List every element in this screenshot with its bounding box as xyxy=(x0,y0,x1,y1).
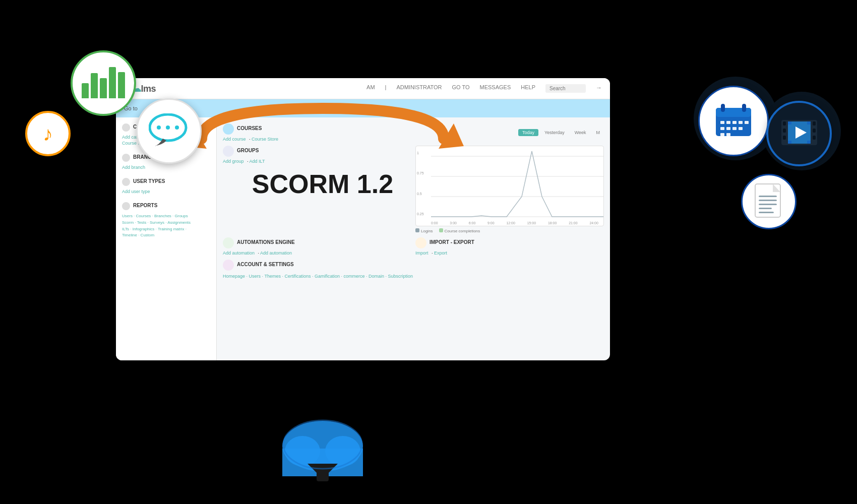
svg-rect-24 xyxy=(726,133,730,136)
dashboard-header: nt☁lms AM | ADMINISTRATOR GO TO MESSAGES… xyxy=(116,78,610,99)
report-users[interactable]: Users xyxy=(122,214,133,218)
report-surveys[interactable]: Surveys xyxy=(150,220,164,225)
sidebar-reports-title: REPORTS xyxy=(133,203,157,208)
video-svg xyxy=(780,117,818,150)
add-course-link[interactable]: Add course xyxy=(223,137,246,142)
section-groups: GROUPS Add group · Add ILT xyxy=(223,146,411,233)
chat-bubble-svg xyxy=(149,113,189,149)
add-automation-link[interactable]: Add automation xyxy=(223,250,255,256)
sidebar-add-user-type[interactable]: Add user type xyxy=(122,189,210,194)
account-homepage[interactable]: Homepage xyxy=(223,274,245,279)
svg-rect-12 xyxy=(721,104,725,112)
nav-bar: AM | ADMINISTRATOR GO TO MESSAGES HELP → xyxy=(366,84,602,93)
account-users[interactable]: Users xyxy=(249,274,261,279)
account-gamification[interactable]: Gamification xyxy=(315,274,340,279)
bar-5 xyxy=(118,72,125,98)
chart-placeholder: 1 0.75 0.5 0.25 xyxy=(415,146,604,233)
svg-rect-14 xyxy=(720,121,724,124)
logout-icon: → xyxy=(596,84,602,93)
account-certifications[interactable]: Certifications xyxy=(284,274,311,279)
report-courses[interactable]: Courses xyxy=(136,214,151,218)
svg-rect-34 xyxy=(783,136,786,140)
tab-week[interactable]: Week xyxy=(571,129,590,136)
add-automation2-link[interactable]: Add automation xyxy=(260,250,292,256)
section-automations: AUTOMATIONS ENGINE Add automation · Add … xyxy=(223,237,411,256)
svg-rect-15 xyxy=(726,121,730,124)
svg-rect-18 xyxy=(745,121,749,124)
sidebar-reports: REPORTS Users · Courses · Branches · Gro… xyxy=(122,202,210,239)
sidebar-user-types: USER TYPES Add user type xyxy=(122,178,210,194)
report-ilts[interactable]: ILTs xyxy=(122,227,129,231)
account-domain[interactable]: Domain xyxy=(369,274,384,279)
report-training[interactable]: Training matrix xyxy=(158,227,185,231)
section-account: ACCOUNT & SETTINGS Homepage · Users · Th… xyxy=(223,260,604,280)
add-group-link[interactable]: Add group xyxy=(223,159,244,164)
svg-rect-42 xyxy=(788,141,791,144)
bar-1 xyxy=(82,83,89,98)
cloud-upload-icon xyxy=(272,408,373,489)
svg-point-9 xyxy=(175,125,179,130)
report-groups[interactable]: Groups xyxy=(175,214,188,218)
account-subscription[interactable]: Subscription xyxy=(388,274,413,279)
tab-yesterday[interactable]: Yesterday xyxy=(540,129,569,136)
report-assignments[interactable]: Assignments xyxy=(167,220,191,225)
svg-rect-19 xyxy=(720,127,724,130)
chat-icon xyxy=(136,98,202,164)
svg-rect-21 xyxy=(732,127,737,130)
svg-rect-20 xyxy=(726,127,730,130)
course-store-link[interactable]: Course Store xyxy=(252,137,278,142)
y-label-1: 1 xyxy=(417,151,424,155)
section-courses: COURSES Add course · Course Store xyxy=(223,123,411,142)
bar-4 xyxy=(109,67,116,98)
calendar-icon xyxy=(698,86,769,156)
tab-month[interactable]: M xyxy=(592,129,604,136)
report-timeline[interactable]: Timeline xyxy=(122,233,137,237)
svg-point-8 xyxy=(166,125,170,130)
document-icon xyxy=(741,174,797,229)
nav-messages: MESSAGES xyxy=(480,84,511,93)
svg-rect-23 xyxy=(720,133,724,136)
music-icon: ♪ xyxy=(25,111,71,156)
nav-am: AM xyxy=(366,84,375,93)
courses-title: COURSES xyxy=(237,125,262,131)
svg-rect-30 xyxy=(759,212,774,213)
export-link[interactable]: Export xyxy=(434,250,447,256)
svg-rect-28 xyxy=(759,204,777,205)
main-sections: COURSES Add course · Course Store Today … xyxy=(223,123,604,256)
svg-rect-50 xyxy=(317,464,329,481)
svg-rect-27 xyxy=(759,200,777,201)
svg-rect-26 xyxy=(759,196,777,197)
svg-rect-16 xyxy=(732,121,737,124)
cloud-svg xyxy=(272,408,373,489)
svg-rect-33 xyxy=(783,129,786,133)
legend-logins: Logins xyxy=(421,229,433,233)
import-export-title: IMPORT - EXPORT xyxy=(430,239,474,245)
report-scorm[interactable]: Scorm xyxy=(122,220,134,225)
bar-2 xyxy=(91,73,98,98)
report-branches[interactable]: Branches xyxy=(154,214,171,218)
chart-y-axis: 1 0.75 0.5 0.25 xyxy=(417,151,424,216)
chart-tabs-container: Today Yesterday Week M xyxy=(415,123,604,142)
account-commerce[interactable]: commerce xyxy=(344,274,365,279)
import-link[interactable]: Import xyxy=(415,250,428,256)
account-themes[interactable]: Themes xyxy=(264,274,281,279)
chart-x-axis: 0:003:006:009:0012:0015:0018:0021:0024:0… xyxy=(431,221,598,225)
legend-completions: Course completions xyxy=(445,229,480,233)
svg-rect-17 xyxy=(739,121,743,124)
svg-rect-40 xyxy=(788,121,791,124)
svg-rect-41 xyxy=(807,121,811,124)
svg-rect-32 xyxy=(783,121,786,125)
nav-goto: GO TO xyxy=(452,84,469,93)
svg-point-7 xyxy=(157,125,161,130)
report-tests[interactable]: Tests xyxy=(137,220,147,225)
search-input[interactable] xyxy=(545,84,586,93)
add-ilt-link[interactable]: Add ILT xyxy=(250,159,265,164)
report-custom[interactable]: Custom xyxy=(141,233,155,237)
report-infographics[interactable]: Infographics xyxy=(133,227,155,231)
y-label-075: 0.75 xyxy=(417,171,424,175)
video-icon xyxy=(766,101,832,166)
automations-title: AUTOMATIONS ENGINE xyxy=(237,239,295,245)
svg-rect-22 xyxy=(739,127,743,130)
tab-today[interactable]: Today xyxy=(518,129,538,136)
sidebar-add-branch[interactable]: Add branch xyxy=(122,165,210,170)
